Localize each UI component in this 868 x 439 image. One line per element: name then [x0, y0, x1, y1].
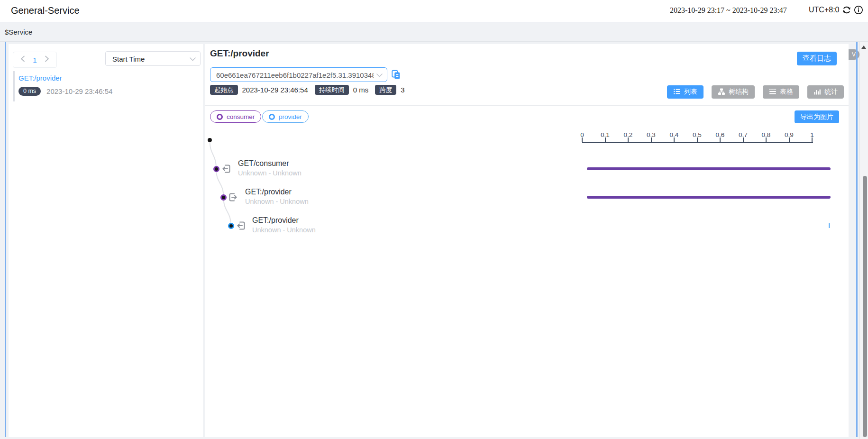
- sort-select[interactable]: Start Time: [105, 51, 201, 66]
- service-label: $Service: [5, 28, 32, 36]
- span-bar[interactable]: [587, 196, 831, 199]
- legend-label: consumer: [227, 113, 255, 120]
- trace-list-item[interactable]: GET:/provider 0 ms 2023-10-29 23:46:54: [13, 71, 201, 101]
- chevron-down-icon: [190, 55, 196, 63]
- span-bar[interactable]: [587, 167, 831, 170]
- axis-tick-label: 0.7: [734, 131, 753, 138]
- axis-tick-label: 0.8: [757, 131, 776, 138]
- tree-links: [205, 134, 266, 229]
- trace-list-panel: 1 Start Time GET:/provider 0 ms 2023-10-…: [9, 44, 203, 437]
- axis-tick-label: 0.3: [642, 131, 661, 138]
- axis-tick-label: 0.9: [780, 131, 799, 138]
- view-mode-buttons: 列表 树结构: [667, 85, 844, 99]
- sort-select-value: Start Time: [112, 55, 145, 63]
- meta-label: 起始点: [210, 85, 238, 95]
- view-mode-list[interactable]: 列表: [667, 85, 704, 99]
- consumer-ring-icon: [217, 114, 223, 120]
- trace-id-select[interactable]: 60e661ea767211eeb6f1b0227af1e2f5.31.3910…: [210, 67, 387, 82]
- bar-chart-icon: [813, 88, 821, 97]
- list-icon: [673, 88, 681, 97]
- page: General-Service 2023-10-29 23:17 ~ 2023-…: [0, 0, 868, 439]
- view-mode-label: 统计: [824, 88, 838, 96]
- axis-tick-label: 0.5: [688, 131, 707, 138]
- filter-bar: $Service provider V: [0, 22, 868, 42]
- left-edge-line: [5, 42, 6, 437]
- right-edge-line: [856, 42, 858, 437]
- prev-page-button[interactable]: [20, 55, 25, 64]
- trace-start-time: 2023-10-29 23:46:54: [46, 87, 112, 95]
- meta-label: 跨度: [375, 85, 396, 95]
- detail-endpoint-title: GET:/provider: [210, 48, 269, 59]
- time-range: 2023-10-29 23:17 ~ 2023-10-29 23:47: [670, 6, 787, 15]
- exit-arrow-icon: [228, 192, 238, 202]
- span-dot: [228, 223, 234, 229]
- export-image-button[interactable]: 导出为图片: [795, 110, 839, 123]
- meta-value: 2023-10-29 23:46:54: [242, 86, 308, 94]
- axis-tick-label: 0.1: [596, 131, 615, 138]
- view-mode-label: 树结构: [729, 88, 749, 96]
- section-divider: [205, 105, 849, 106]
- view-mode-label: 列表: [684, 88, 697, 96]
- axis-tick-label: 0: [573, 131, 592, 138]
- trace-detail-panel: GET:/provider 查看日志 60e661ea767211eeb6f1b…: [205, 44, 849, 437]
- view-mode-table[interactable]: 表格: [763, 85, 799, 99]
- meta-span-count: 跨度 3: [375, 85, 404, 95]
- provider-ring-icon: [269, 114, 275, 120]
- meta-value: 3: [401, 86, 404, 94]
- entry-arrow-icon: [221, 164, 231, 174]
- span-detail: Unknown - Unknown: [245, 198, 309, 205]
- scroll-up-arrow-icon[interactable]: [861, 46, 866, 49]
- refresh-icon[interactable]: [842, 5, 851, 15]
- legend-label: provider: [279, 113, 302, 120]
- root-node-dot: [208, 138, 212, 142]
- legend-provider[interactable]: provider: [262, 110, 309, 123]
- view-mode-label: 表格: [780, 88, 793, 96]
- span-dot: [220, 194, 227, 201]
- axis-tick-label: 0.6: [711, 131, 730, 138]
- span-dot: [213, 166, 219, 172]
- view-mode-statistics[interactable]: 统计: [807, 85, 844, 99]
- axis-tick-label: 0.2: [619, 131, 638, 138]
- table-icon: [769, 88, 777, 97]
- trace-item-endpoint[interactable]: GET:/provider: [18, 74, 201, 82]
- trace-meta-row: 起始点 2023-10-29 23:46:54 持续时间 0 ms 跨度 3: [210, 85, 405, 95]
- chevron-down-icon: [376, 71, 383, 79]
- copy-icon[interactable]: [391, 69, 401, 80]
- span-detail: Unknown - Unknown: [252, 226, 316, 234]
- trace-id-value: 60e661ea767211eeb6f1b0227af1e2f5.31.3910…: [216, 71, 374, 79]
- meta-duration: 持续时间 0 ms: [315, 85, 369, 95]
- axis-tick-label: 0.4: [665, 131, 684, 138]
- view-logs-button[interactable]: 查看日志: [797, 52, 837, 65]
- legend-consumer[interactable]: consumer: [210, 110, 261, 123]
- span-detail: Unknown - Unknown: [238, 169, 302, 177]
- scrollbar-thumb[interactable]: [863, 176, 867, 437]
- trace-item-meta: 0 ms 2023-10-29 23:46:54: [18, 87, 201, 96]
- page-number[interactable]: 1: [33, 56, 37, 64]
- entry-arrow-icon: [236, 220, 246, 231]
- axis-tick-label: 1: [803, 131, 822, 138]
- view-mode-tree[interactable]: 树结构: [712, 85, 755, 99]
- meta-label: 持续时间: [315, 85, 349, 95]
- toggle-label: V: [852, 51, 856, 58]
- meta-value: 0 ms: [353, 86, 369, 94]
- span-name[interactable]: GET:/provider: [252, 216, 299, 225]
- duration-badge: 0 ms: [18, 87, 41, 96]
- timeline-axis: [582, 142, 813, 143]
- info-icon[interactable]: [854, 5, 863, 15]
- pagination: 1: [13, 52, 57, 68]
- span-name[interactable]: GET/consumer: [238, 159, 289, 168]
- span-name[interactable]: GET:/provider: [245, 188, 292, 196]
- tree-icon: [718, 88, 725, 97]
- timezone-label: UTC+8:0: [809, 6, 839, 14]
- page-title: General-Service: [11, 5, 80, 16]
- meta-start-point: 起始点 2023-10-29 23:46:54: [210, 85, 308, 95]
- top-bar: General-Service 2023-10-29 23:17 ~ 2023-…: [0, 0, 868, 22]
- next-page-button[interactable]: [45, 55, 49, 64]
- span-bar[interactable]: [829, 223, 830, 228]
